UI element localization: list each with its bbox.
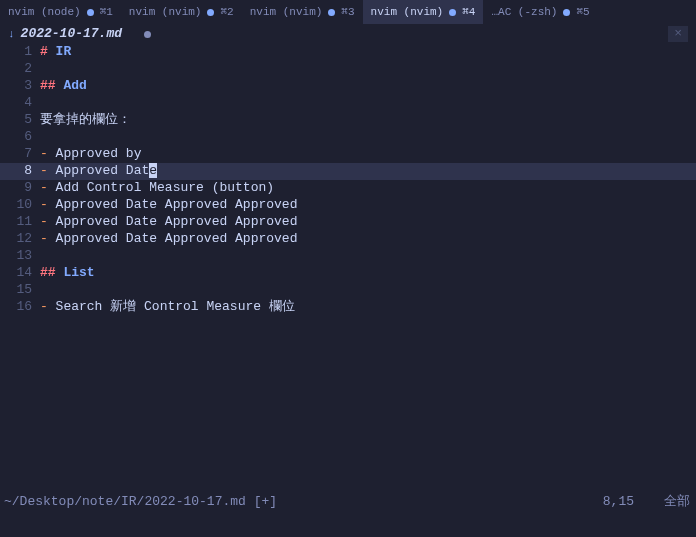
editor-line[interactable]: 2 bbox=[0, 61, 696, 78]
editor-line[interactable]: 4 bbox=[0, 95, 696, 112]
line-number: 1 bbox=[0, 44, 40, 61]
line-number: 4 bbox=[0, 95, 40, 112]
line-number: 8 bbox=[0, 163, 40, 180]
editor-line[interactable]: 5要拿掉的欄位： bbox=[0, 112, 696, 129]
tab-shortcut: ⌘3 bbox=[341, 5, 354, 19]
status-path: ~/Desktop/note/IR/2022-10-17.md [+] bbox=[4, 494, 573, 511]
tab-1[interactable]: nvim (node)⌘1 bbox=[0, 0, 121, 24]
line-number: 5 bbox=[0, 112, 40, 129]
editor-line[interactable]: 15 bbox=[0, 282, 696, 299]
tab-indicator-icon bbox=[449, 9, 456, 16]
tab-title: nvim (node) bbox=[8, 5, 81, 19]
editor-line[interactable]: 12- Approved Date Approved Approved bbox=[0, 231, 696, 248]
tab-indicator-icon bbox=[87, 9, 94, 16]
line-content: - Approved by bbox=[40, 146, 696, 163]
buffer-filename: 2022-10-17.md bbox=[21, 26, 122, 43]
line-number: 10 bbox=[0, 197, 40, 214]
tab-2[interactable]: nvim (nvim)⌘2 bbox=[121, 0, 242, 24]
editor-line[interactable]: 13 bbox=[0, 248, 696, 265]
line-content: 要拿掉的欄位： bbox=[40, 112, 696, 129]
editor-line[interactable]: 11- Approved Date Approved Approved bbox=[0, 214, 696, 231]
line-number: 9 bbox=[0, 180, 40, 197]
line-content: ## Add bbox=[40, 78, 696, 95]
tab-indicator-icon bbox=[328, 9, 335, 16]
line-content: - Approved Date Approved Approved bbox=[40, 214, 696, 231]
line-number: 16 bbox=[0, 299, 40, 316]
line-content: - Add Control Measure (button) bbox=[40, 180, 696, 197]
line-number: 3 bbox=[0, 78, 40, 95]
line-content: # IR bbox=[40, 44, 696, 61]
cursor: e bbox=[149, 163, 157, 178]
line-number: 7 bbox=[0, 146, 40, 163]
editor-line[interactable]: 9- Add Control Measure (button) bbox=[0, 180, 696, 197]
line-content: - Approved Date Approved Approved bbox=[40, 231, 696, 248]
tab-5[interactable]: …AC (-zsh)⌘5 bbox=[483, 0, 597, 24]
arrow-icon: ↓ bbox=[8, 27, 15, 41]
line-number: 6 bbox=[0, 129, 40, 146]
editor-line[interactable]: 10- Approved Date Approved Approved bbox=[0, 197, 696, 214]
editor-line[interactable]: 8- Approved Date bbox=[0, 163, 696, 180]
tab-4[interactable]: nvim (nvim)⌘4 bbox=[363, 0, 484, 24]
status-position: 8,15 bbox=[573, 494, 664, 511]
modified-indicator-icon bbox=[144, 31, 151, 38]
line-content: - Approved Date Approved Approved bbox=[40, 197, 696, 214]
tab-shortcut: ⌘1 bbox=[100, 5, 113, 19]
editor[interactable]: 1# IR23## Add45要拿掉的欄位：67- Approved by8- … bbox=[0, 44, 696, 316]
editor-line[interactable]: 7- Approved by bbox=[0, 146, 696, 163]
tab-bar: nvim (node)⌘1nvim (nvim)⌘2nvim (nvim)⌘3n… bbox=[0, 0, 696, 24]
line-number: 14 bbox=[0, 265, 40, 282]
status-scroll: 全部 bbox=[664, 494, 692, 511]
tab-indicator-icon bbox=[563, 9, 570, 16]
tab-title: …AC (-zsh) bbox=[491, 5, 557, 19]
tab-title: nvim (nvim) bbox=[250, 5, 323, 19]
editor-line[interactable]: 3## Add bbox=[0, 78, 696, 95]
line-number: 2 bbox=[0, 61, 40, 78]
editor-line[interactable]: 14## List bbox=[0, 265, 696, 282]
close-buffer-button[interactable]: × bbox=[668, 26, 688, 43]
editor-line[interactable]: 1# IR bbox=[0, 44, 696, 61]
editor-line[interactable]: 16- Search 新增 Control Measure 欄位 bbox=[0, 299, 696, 316]
line-content: - Approved Date bbox=[40, 163, 696, 180]
line-number: 12 bbox=[0, 231, 40, 248]
tab-3[interactable]: nvim (nvim)⌘3 bbox=[242, 0, 363, 24]
tab-indicator-icon bbox=[207, 9, 214, 16]
tab-shortcut: ⌘2 bbox=[220, 5, 233, 19]
line-number: 11 bbox=[0, 214, 40, 231]
tab-shortcut: ⌘4 bbox=[462, 5, 475, 19]
line-content: - Search 新增 Control Measure 欄位 bbox=[40, 299, 696, 316]
line-number: 13 bbox=[0, 248, 40, 265]
tab-shortcut: ⌘5 bbox=[576, 5, 589, 19]
buffer-line: ↓ 2022-10-17.md × bbox=[0, 24, 696, 44]
line-content: ## List bbox=[40, 265, 696, 282]
tab-title: nvim (nvim) bbox=[129, 5, 202, 19]
editor-line[interactable]: 6 bbox=[0, 129, 696, 146]
status-bar: ~/Desktop/note/IR/2022-10-17.md [+] 8,15… bbox=[0, 493, 696, 511]
tab-title: nvim (nvim) bbox=[371, 5, 444, 19]
line-number: 15 bbox=[0, 282, 40, 299]
